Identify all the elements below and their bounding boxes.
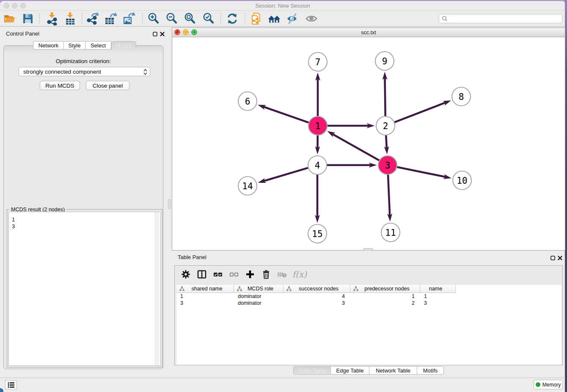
graph-node-label-3: 3 — [385, 160, 391, 171]
table-row[interactable]: 1dominator411 — [176, 293, 561, 300]
first-neighbors-icon[interactable] — [267, 12, 281, 25]
optimization-criterion-dropdown[interactable]: strongly connected component — [19, 67, 150, 76]
add-column-icon[interactable] — [242, 268, 258, 281]
zoom-out-icon[interactable] — [165, 12, 179, 25]
node-table: shared nameMCDS rolesuccessor nodesprede… — [176, 285, 561, 365]
graph-node-label-8: 8 — [459, 92, 464, 102]
save-session-icon[interactable] — [21, 12, 35, 25]
function-builder-icon: f(x) — [290, 268, 309, 281]
graph-node-label-14: 14 — [242, 181, 253, 191]
hide-selected-icon[interactable] — [286, 12, 299, 25]
toolbar-separator — [39, 13, 40, 24]
screen: Session: New Session — [0, 0, 567, 392]
graph-edge-4-14[interactable] — [264, 168, 308, 181]
column-tree-icon — [179, 286, 184, 291]
search-icon — [442, 16, 448, 22]
tab-edge-table[interactable]: Edge Table — [331, 366, 369, 375]
column-tree-icon — [237, 286, 242, 291]
column-tree-icon — [286, 286, 292, 291]
tab-network-table[interactable]: Network Table — [369, 366, 417, 375]
split-divider-handle[interactable] — [168, 199, 171, 209]
graph-edge-1-6[interactable] — [263, 107, 308, 123]
export-table-icon[interactable] — [104, 12, 117, 25]
memory-button[interactable]: Memory — [534, 380, 563, 389]
table-cell: 3 — [176, 300, 234, 306]
graph-node-label-1: 1 — [315, 121, 321, 131]
graph-node-label-6: 6 — [245, 97, 250, 107]
table-panel-toolbar: f(x) — [178, 268, 309, 281]
column-header-name[interactable]: name — [420, 285, 456, 293]
select-all-icon[interactable] — [210, 268, 226, 281]
zoom-in-icon[interactable] — [147, 12, 160, 25]
open-file-icon[interactable] — [3, 12, 17, 25]
chevron-updown-icon — [143, 69, 147, 77]
graph-edge-3-10[interactable] — [397, 167, 446, 177]
horizontal-divider-handle[interactable] — [363, 248, 373, 251]
table-row[interactable]: 3dominator323 — [176, 300, 561, 306]
table-cell: 1 — [350, 293, 420, 300]
zoom-selected-icon[interactable] — [202, 12, 215, 25]
control-panel-float-icon[interactable] — [152, 31, 158, 37]
deselect-all-icon[interactable] — [226, 268, 242, 281]
run-mcds-button[interactable]: Run MCDS — [40, 81, 80, 90]
graph-node-label-11: 11 — [385, 228, 396, 238]
clone-network-icon[interactable] — [250, 12, 263, 25]
control-panel-close-icon[interactable] — [159, 31, 165, 37]
refresh-icon[interactable] — [226, 12, 239, 25]
table-panel-tabs: Node Table Edge Table Network Table Moti… — [293, 366, 444, 375]
graph-edge-2-3[interactable] — [386, 135, 387, 148]
split-columns-icon[interactable] — [194, 268, 210, 281]
table-cell: 2 — [350, 300, 420, 306]
import-table-icon[interactable] — [63, 12, 77, 25]
table-panel-close-icon[interactable] — [557, 255, 563, 261]
column-tree-icon — [353, 286, 358, 291]
tab-style[interactable]: Style — [64, 41, 85, 50]
toolbar-separator — [82, 13, 82, 24]
mcds-result-scrollbar[interactable] — [155, 212, 159, 365]
table-cell: dominator — [234, 293, 284, 300]
tab-mcds[interactable]: MCDS — [111, 41, 136, 50]
control-panel-title: Control Panel — [6, 30, 39, 37]
import-network-icon[interactable] — [45, 12, 59, 25]
optimization-criterion-label: Optimization criterion: — [4, 58, 163, 64]
graph-edge-2-8[interactable] — [394, 102, 446, 122]
search-field[interactable] — [439, 14, 562, 23]
column-header-MCDS-role[interactable]: MCDS role — [234, 285, 284, 293]
column-header-predecessor-nodes[interactable]: predecessor nodes — [350, 285, 420, 293]
table-panel-float-icon[interactable] — [550, 255, 556, 261]
table-header-row: shared nameMCDS rolesuccessor nodesprede… — [176, 285, 561, 293]
network-minimize-icon[interactable]: − — [183, 29, 189, 35]
show-all-icon[interactable] — [305, 12, 319, 25]
search-input[interactable] — [449, 16, 562, 22]
tab-motifs[interactable]: Motifs — [417, 366, 444, 375]
task-history-button[interactable] — [5, 380, 17, 389]
table-cell: dominator — [234, 300, 284, 306]
zoom-fit-icon[interactable] — [183, 12, 197, 25]
export-network-icon[interactable] — [86, 12, 99, 25]
graph-node-label-4: 4 — [315, 160, 320, 171]
network-close-icon[interactable]: ✗ — [174, 29, 180, 35]
dropdown-value: strongly connected component — [23, 69, 101, 75]
tab-select[interactable]: Select — [85, 41, 111, 50]
column-header-successor-nodes[interactable]: successor nodes — [284, 285, 350, 293]
delete-table-icon — [274, 268, 290, 281]
toolbar-separator — [142, 13, 143, 24]
tab-network[interactable]: Network — [33, 41, 64, 50]
network-zoom-icon[interactable]: + — [191, 29, 197, 35]
mcds-result-textarea[interactable]: 1 3 — [8, 212, 161, 366]
column-header-label: successor nodes — [292, 286, 350, 292]
graph-edge-3-11[interactable] — [388, 174, 390, 215]
tab-node-table[interactable]: Node Table — [293, 366, 331, 375]
delete-column-icon[interactable] — [258, 268, 274, 281]
graph-node-label-15: 15 — [312, 229, 322, 239]
export-image-icon[interactable] — [122, 12, 135, 25]
column-header-shared-name[interactable]: shared name — [176, 285, 234, 293]
network-canvas[interactable]: 7968124314101511 — [172, 37, 565, 250]
titlebar-separator — [0, 10, 565, 11]
column-header-label: predecessor nodes — [358, 286, 420, 292]
graph-edge-3-1[interactable] — [332, 134, 379, 160]
close-panel-button[interactable]: Close panel — [86, 81, 129, 90]
network-graph: 7968124314101511 — [172, 37, 565, 250]
graph-edge-2-9[interactable] — [385, 77, 385, 116]
gear-icon[interactable] — [178, 268, 194, 281]
